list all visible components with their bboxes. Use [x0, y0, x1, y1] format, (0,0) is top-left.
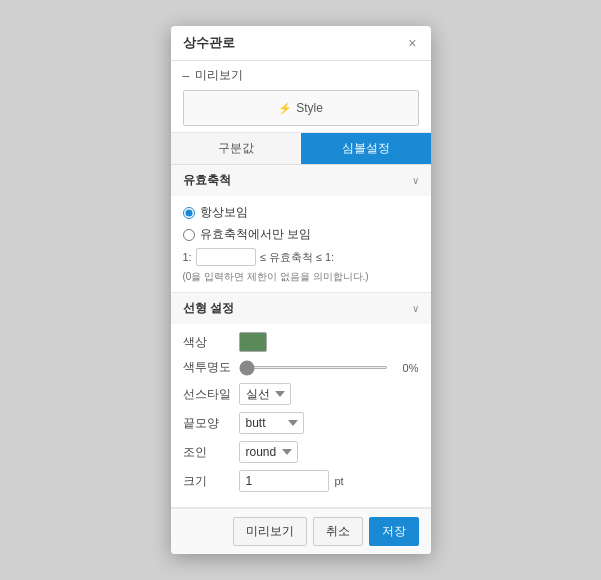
opacity-value: 0% — [394, 362, 419, 374]
tab-separate[interactable]: 구분값 — [171, 133, 301, 164]
size-unit: pt — [335, 475, 344, 487]
size-input-group: pt — [239, 470, 344, 492]
size-row: 크기 pt — [183, 470, 419, 492]
preview-section: – 미리보기 ⚡ Style — [171, 61, 431, 133]
preview-label: – 미리보기 — [183, 67, 419, 84]
range-suffix: ≤ 유효축척 ≤ 1: — [260, 250, 334, 265]
validity-title: 유효축척 — [183, 172, 231, 189]
style-icon: ⚡ — [278, 102, 292, 115]
cancel-button[interactable]: 취소 — [313, 517, 363, 546]
style-row: 선스타일 실선 점선 파선 — [183, 383, 419, 405]
range-min-input[interactable] — [196, 248, 256, 266]
dialog-title: 상수관로 — [183, 34, 235, 52]
opacity-row: 색투명도 0% — [183, 359, 419, 376]
size-label: 크기 — [183, 473, 233, 490]
join-select[interactable]: round miter bevel — [239, 441, 298, 463]
validity-section: 유효축척 ∨ 항상보임 유효축척에서만 보임 1: ≤ 유효축척 ≤ 1: (0… — [171, 165, 431, 293]
cap-select[interactable]: butt round square — [239, 412, 304, 434]
color-row: 색상 — [183, 332, 419, 352]
preview-text: 미리보기 — [195, 67, 243, 84]
tab-symbol[interactable]: 심볼설정 — [301, 133, 431, 164]
scale-range-row: 1: ≤ 유효축척 ≤ 1: — [183, 248, 419, 266]
always-visible-label: 항상보임 — [200, 204, 248, 221]
valid-scale-label: 유효축척에서만 보임 — [200, 226, 311, 243]
save-button[interactable]: 저장 — [369, 517, 419, 546]
always-visible-radio[interactable] — [183, 207, 195, 219]
color-label: 색상 — [183, 334, 233, 351]
join-row: 조인 round miter bevel — [183, 441, 419, 463]
line-chevron: ∨ — [412, 303, 419, 314]
validity-section-header[interactable]: 유효축척 ∨ — [171, 165, 431, 196]
line-section-header[interactable]: 선형 설정 ∨ — [171, 293, 431, 324]
valid-scale-row: 유효축척에서만 보임 — [183, 226, 419, 243]
cap-row: 끝모양 butt round square — [183, 412, 419, 434]
size-input[interactable] — [239, 470, 329, 492]
line-section: 선형 설정 ∨ 색상 색투명도 0% 선스타일 실선 — [171, 293, 431, 508]
close-button[interactable]: × — [406, 35, 418, 51]
tabs: 구분값 심볼설정 — [171, 133, 431, 165]
hint-text: (0을 입력하면 제한이 없음을 의미합니다.) — [183, 270, 419, 284]
line-title: 선형 설정 — [183, 300, 234, 317]
cap-label: 끝모양 — [183, 415, 233, 432]
validity-chevron: ∨ — [412, 175, 419, 186]
range-prefix: 1: — [183, 251, 192, 263]
opacity-slider[interactable] — [239, 366, 388, 369]
style-label: 선스타일 — [183, 386, 233, 403]
dialog: 상수관로 × – 미리보기 ⚡ Style 구분값 심볼설정 유효축척 ∨ 항상… — [171, 26, 431, 554]
style-select[interactable]: 실선 점선 파선 — [239, 383, 291, 405]
validity-content: 항상보임 유효축척에서만 보임 1: ≤ 유효축척 ≤ 1: (0을 입력하면 … — [171, 196, 431, 292]
line-content: 색상 색투명도 0% 선스타일 실선 점선 파선 — [171, 324, 431, 507]
join-label: 조인 — [183, 444, 233, 461]
preview-canvas: ⚡ Style — [183, 90, 419, 126]
color-swatch[interactable] — [239, 332, 267, 352]
footer: 미리보기 취소 저장 — [171, 508, 431, 554]
opacity-slider-container: 0% — [239, 362, 419, 374]
style-label: Style — [296, 101, 323, 115]
preview-button[interactable]: 미리보기 — [233, 517, 307, 546]
opacity-label: 색투명도 — [183, 359, 233, 376]
minus-icon: – — [183, 69, 190, 83]
title-bar: 상수관로 × — [171, 26, 431, 61]
valid-scale-radio[interactable] — [183, 229, 195, 241]
always-visible-row: 항상보임 — [183, 204, 419, 221]
